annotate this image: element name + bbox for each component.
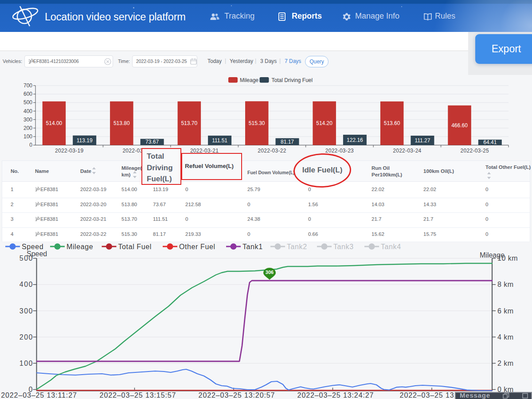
svg-text:Speed: Speed (22, 243, 43, 250)
svg-text:6 km: 6 km (497, 307, 514, 315)
svg-text:81.17: 81.17 (281, 139, 294, 145)
svg-text:400: 400 (20, 281, 33, 288)
svg-text:514.20: 514.20 (316, 120, 332, 126)
svg-text:200: 200 (20, 333, 33, 341)
svg-text:306: 306 (266, 270, 274, 275)
svg-text:10 km: 10 km (497, 254, 518, 262)
svg-text:513.80: 513.80 (113, 120, 130, 126)
svg-text:73.67: 73.67 (145, 139, 159, 145)
svg-text:2 km: 2 km (497, 360, 514, 367)
svg-text:2022-03-25: 2022-03-25 (461, 148, 489, 154)
svg-text:Other Fuel: Other Fuel (179, 243, 215, 250)
svg-text:Mileage: Mileage (240, 77, 258, 83)
svg-text:500: 500 (20, 254, 33, 262)
svg-text:2022–03–25 13:11:27: 2022–03–25 13:11:27 (1, 391, 77, 399)
svg-text:Total Fuel: Total Fuel (118, 243, 152, 250)
svg-text:Tank2: Tank2 (287, 243, 307, 250)
svg-text:0: 0 (29, 142, 32, 148)
svg-text:Total Driving Fuel: Total Driving Fuel (272, 77, 313, 83)
svg-text:64.41: 64.41 (483, 139, 497, 145)
svg-text:513.60: 513.60 (384, 120, 400, 126)
svg-text:Tank4: Tank4 (381, 243, 401, 250)
svg-text:Tank3: Tank3 (333, 243, 354, 250)
svg-text:514.00: 514.00 (46, 120, 63, 126)
svg-text:466.60: 466.60 (451, 122, 468, 129)
svg-text:200: 200 (23, 125, 32, 131)
svg-text:600: 600 (23, 91, 32, 97)
svg-text:8 km: 8 km (497, 281, 514, 288)
svg-text:2022–03–25 13:24:27: 2022–03–25 13:24:27 (297, 391, 374, 399)
svg-text:113.19: 113.19 (77, 137, 93, 144)
svg-text:111.27: 111.27 (415, 137, 430, 144)
svg-text:513.70: 513.70 (181, 120, 197, 126)
svg-text:515.30: 515.30 (249, 120, 265, 126)
svg-text:Tank1: Tank1 (243, 243, 263, 250)
svg-text:2022-03-23: 2022-03-23 (325, 148, 354, 154)
svg-text:700: 700 (23, 82, 32, 89)
svg-text:4 km: 4 km (497, 333, 514, 341)
svg-text:100: 100 (23, 133, 32, 140)
svg-text:2022-03-24: 2022-03-24 (393, 148, 421, 154)
svg-text:300: 300 (20, 307, 33, 315)
svg-text:100: 100 (20, 360, 33, 367)
svg-text:111.51: 111.51 (212, 137, 227, 144)
svg-text:2022–03–25 13:15:57: 2022–03–25 13:15:57 (100, 391, 176, 399)
svg-text:500: 500 (23, 99, 32, 106)
svg-text:2022–03–25 13:20:57: 2022–03–25 13:20:57 (199, 391, 275, 399)
svg-text:Mileage: Mileage (66, 243, 93, 250)
svg-text:2022-03-22: 2022-03-22 (258, 148, 286, 154)
svg-text:2022-03-19: 2022-03-19 (55, 148, 83, 154)
svg-text:400: 400 (23, 108, 32, 114)
svg-text:300: 300 (23, 117, 32, 123)
svg-text:122.16: 122.16 (347, 137, 363, 143)
